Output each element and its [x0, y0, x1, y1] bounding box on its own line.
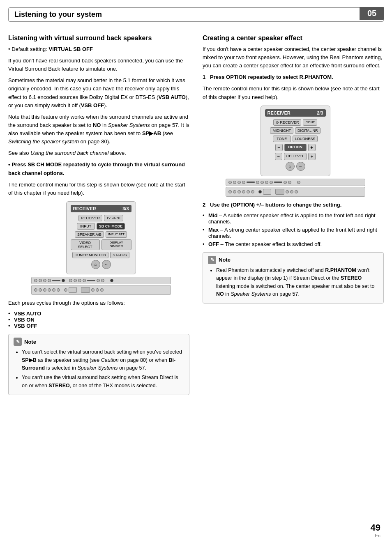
pd30 [270, 181, 273, 184]
remote-2: RECEIVER 2/3 ⊙ RECEIVER CONT MIDNIGHT DI… [261, 106, 330, 176]
right-note-item-1: Real Phantom is automatically switched o… [216, 267, 378, 299]
pd16 [48, 288, 51, 292]
pd29 [265, 181, 268, 184]
step1-text: Press OPTION repeatedly to select R.PHAN… [210, 74, 333, 80]
remote-1-row-3: SPEAKER A/B INPUT ATT [71, 231, 131, 238]
pd37 [242, 190, 245, 193]
page-title: Listening to your system [14, 10, 102, 19]
r2-btn-tone: TONE [273, 136, 291, 142]
step1-instruction: 1 Press OPTION repeatedly to select R.PH… [203, 73, 384, 81]
cycle-option-1: VSB AUTO [8, 310, 189, 317]
panel-strip-1 [31, 277, 171, 284]
remote-btn-videoselect: VIDEO SELECT [71, 239, 100, 250]
remote-2-row-1: ⊙ RECEIVER CONT [265, 119, 326, 126]
pd9 [83, 279, 86, 282]
pl3 [247, 182, 255, 183]
panel-strip-2b [226, 187, 365, 197]
pd7 [74, 279, 77, 282]
pd25 [238, 181, 241, 184]
r2-btn-option: OPTION [284, 144, 307, 151]
pd20 [91, 288, 95, 292]
pd28 [261, 181, 264, 184]
left-note-item-2: You can't use the virtual surround back … [22, 374, 184, 390]
left-column: Listening with virtual surround back spe… [8, 34, 199, 395]
right-column: Creating a center speaker effect If you … [199, 34, 384, 395]
default-value: VIRTUAL SB OFF [49, 46, 93, 52]
remote-2-row-3: TONE LOUDNESS [265, 136, 326, 142]
panel-strip-1b [31, 285, 171, 295]
remote-1-row-2: INPUT SB CH MODE [71, 223, 131, 230]
pd40 [258, 190, 262, 193]
right-note-list: Real Phantom is automatically switched o… [208, 267, 378, 299]
remote-1-page: 3/3 [122, 206, 129, 211]
pl2 [87, 280, 95, 281]
left-note-item-1: You can't select the virtual surround ba… [22, 348, 184, 372]
pd6 [69, 279, 72, 282]
left-para-1: If you don't have real surround back spe… [8, 57, 189, 73]
remote-1-header: RECEIVER 3/3 [71, 205, 131, 212]
r2-btn-minus2: – [275, 153, 282, 160]
pd24 [233, 181, 236, 184]
pd8 [78, 279, 81, 282]
cycle-option-3: VSB OFF [8, 323, 189, 329]
left-note-box: ✎ Note You can't select the virtual surr… [8, 334, 189, 395]
pd38 [247, 190, 250, 193]
pd32 [288, 181, 291, 184]
pd1 [34, 279, 37, 282]
pd43 [295, 190, 298, 193]
pd31 [284, 181, 287, 184]
pd10 [97, 279, 100, 282]
pd34 [228, 190, 232, 193]
step1-desc: The remote control menu for this step is… [203, 85, 384, 101]
remote-2-row-2: MIDNIGHT DIGITAL NR [265, 127, 326, 134]
step2-num: 2 [203, 202, 205, 208]
remote-2-row-home: ⌂ ← [265, 162, 326, 171]
page-lang: En [375, 533, 380, 538]
remote-btn-tunermonitor: TUNER MONITOR [72, 252, 108, 258]
pd22 [100, 288, 104, 292]
right-section-title: Creating a center speaker effect [203, 34, 384, 43]
remote-btn-input: INPUT [77, 223, 95, 230]
remote-1-title: RECEIVER [73, 206, 96, 211]
chapter-number: 05 [360, 7, 384, 20]
right-note-header: ✎ Note [208, 256, 378, 264]
r2-btn-loudness: LOUDNESS [293, 136, 318, 142]
remote-1-row-home: ⌂ ← [71, 260, 131, 269]
note-icon-right: ✎ [208, 256, 216, 264]
pd39 [251, 190, 254, 193]
remote-1-container: RECEIVER 3/3 RECEIVER TV CONT INPUT SB C… [12, 201, 189, 295]
pd42 [290, 190, 293, 193]
left-para-4: See also Using the surround back channel… [8, 149, 189, 157]
pd4 [48, 279, 51, 282]
step2-option-off: OFF – The center speaker effect is switc… [203, 241, 384, 247]
note-icon-left: ✎ [14, 338, 22, 346]
r2-btn-plus1: + [308, 144, 316, 151]
panel-display [69, 287, 77, 293]
pd13 [34, 288, 37, 292]
r2-btn-plus2: + [308, 153, 316, 160]
remote-2-row-4: – OPTION + [265, 144, 326, 151]
pd36 [238, 190, 241, 193]
pd23 [228, 181, 232, 184]
pd11 [101, 279, 104, 282]
remote-2-container: RECEIVER 2/3 ⊙ RECEIVER CONT MIDNIGHT DI… [207, 106, 384, 197]
remote-btn-sbchmode: SB CH MODE [97, 223, 125, 230]
cycle-options-list: VSB AUTO VSB ON VSB OFF [8, 310, 189, 329]
pl1 [52, 280, 60, 281]
step1-num: 1 [203, 74, 205, 80]
remote-btn-speakerab: SPEAKER A/B [75, 231, 104, 238]
pd35 [233, 190, 236, 193]
cycle-option-2: VSB ON [8, 317, 189, 323]
pd12 [110, 279, 113, 282]
page-wrapper: Listening to your system 05 Listening wi… [0, 7, 392, 538]
remote-btn-back: ← [102, 260, 111, 269]
pd26 [242, 181, 245, 184]
pd17 [52, 288, 55, 292]
remote-btn-status: STATUS [110, 252, 129, 258]
panel-strip-2 [226, 179, 365, 186]
left-para-3: Note that this feature only works when t… [8, 113, 189, 146]
left-note-header: ✎ Note [14, 338, 184, 346]
step2-option-mid: Mid – A subtle center speaker effect is … [203, 212, 384, 225]
cycles-label: Each press cycles through the options as… [8, 299, 189, 307]
remote-1-row-1: RECEIVER TV CONT [71, 215, 131, 221]
